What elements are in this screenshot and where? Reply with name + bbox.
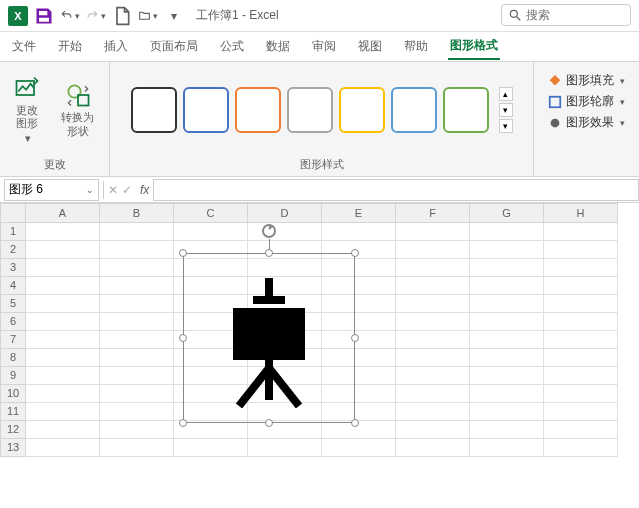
cell[interactable] — [544, 403, 618, 421]
cell[interactable] — [544, 223, 618, 241]
gallery-up-button[interactable]: ▴ — [499, 87, 513, 101]
cell[interactable] — [26, 259, 100, 277]
resize-handle[interactable] — [179, 249, 187, 257]
col-header[interactable]: H — [544, 203, 618, 223]
cell[interactable] — [26, 295, 100, 313]
selected-shape[interactable] — [183, 253, 355, 423]
cell[interactable] — [544, 295, 618, 313]
cell[interactable] — [470, 367, 544, 385]
cell[interactable] — [396, 259, 470, 277]
style-preset-2[interactable] — [183, 87, 229, 133]
cell[interactable] — [470, 313, 544, 331]
cell[interactable] — [248, 439, 322, 457]
cell[interactable] — [396, 421, 470, 439]
gallery-down-button[interactable]: ▾ — [499, 103, 513, 117]
col-header[interactable]: A — [26, 203, 100, 223]
row-header[interactable]: 3 — [0, 259, 26, 277]
cell[interactable] — [174, 223, 248, 241]
cell[interactable] — [470, 403, 544, 421]
cell[interactable] — [26, 403, 100, 421]
cell[interactable] — [544, 367, 618, 385]
cell[interactable] — [100, 259, 174, 277]
search-input[interactable] — [526, 8, 616, 22]
style-preset-7[interactable] — [443, 87, 489, 133]
cell[interactable] — [544, 421, 618, 439]
rotate-handle[interactable] — [261, 223, 277, 239]
cell[interactable] — [470, 223, 544, 241]
convert-to-shape-button[interactable]: 转换为形状 — [55, 77, 101, 141]
col-header[interactable]: F — [396, 203, 470, 223]
cell[interactable] — [396, 349, 470, 367]
cell[interactable] — [544, 259, 618, 277]
cell[interactable] — [26, 331, 100, 349]
cell[interactable] — [396, 385, 470, 403]
cell[interactable] — [322, 223, 396, 241]
row-header[interactable]: 10 — [0, 385, 26, 403]
cell[interactable] — [544, 241, 618, 259]
tab-layout[interactable]: 页面布局 — [148, 34, 200, 59]
cell[interactable] — [100, 421, 174, 439]
cell[interactable] — [544, 349, 618, 367]
cell[interactable] — [100, 385, 174, 403]
resize-handle[interactable] — [179, 334, 187, 342]
cell[interactable] — [100, 349, 174, 367]
col-header[interactable]: C — [174, 203, 248, 223]
cancel-formula-button[interactable]: ✕ — [108, 183, 118, 197]
style-preset-4[interactable] — [287, 87, 333, 133]
cell[interactable] — [396, 241, 470, 259]
cell[interactable] — [100, 403, 174, 421]
cell[interactable] — [100, 313, 174, 331]
cell[interactable] — [396, 403, 470, 421]
shape-fill-button[interactable]: 图形填充 ▾ — [548, 72, 625, 89]
tab-graphics-format[interactable]: 图形格式 — [448, 33, 500, 60]
cell[interactable] — [100, 295, 174, 313]
cell[interactable] — [26, 313, 100, 331]
cell[interactable] — [544, 385, 618, 403]
resize-handle[interactable] — [351, 419, 359, 427]
tab-formulas[interactable]: 公式 — [218, 34, 246, 59]
resize-handle[interactable] — [265, 419, 273, 427]
tab-data[interactable]: 数据 — [264, 34, 292, 59]
row-header[interactable]: 8 — [0, 349, 26, 367]
cell[interactable] — [26, 277, 100, 295]
style-preset-3[interactable] — [235, 87, 281, 133]
resize-handle[interactable] — [265, 249, 273, 257]
col-header[interactable]: E — [322, 203, 396, 223]
cell[interactable] — [26, 439, 100, 457]
select-all-corner[interactable] — [0, 203, 26, 223]
row-header[interactable]: 12 — [0, 421, 26, 439]
cell[interactable] — [26, 223, 100, 241]
tab-file[interactable]: 文件 — [10, 34, 38, 59]
resize-handle[interactable] — [351, 334, 359, 342]
style-preset-1[interactable] — [131, 87, 177, 133]
resize-handle[interactable] — [351, 249, 359, 257]
cell[interactable] — [396, 295, 470, 313]
style-preset-5[interactable] — [339, 87, 385, 133]
cell[interactable] — [26, 367, 100, 385]
cell[interactable] — [174, 439, 248, 457]
row-header[interactable]: 2 — [0, 241, 26, 259]
cell[interactable] — [100, 223, 174, 241]
cell[interactable] — [26, 385, 100, 403]
cell[interactable] — [396, 223, 470, 241]
cell[interactable] — [100, 331, 174, 349]
row-header[interactable]: 9 — [0, 367, 26, 385]
cell[interactable] — [26, 421, 100, 439]
cell[interactable] — [470, 385, 544, 403]
row-header[interactable]: 4 — [0, 277, 26, 295]
shape-effects-button[interactable]: 图形效果 ▾ — [548, 114, 625, 131]
col-header[interactable]: B — [100, 203, 174, 223]
cell[interactable] — [26, 349, 100, 367]
cell[interactable] — [470, 349, 544, 367]
search-box[interactable] — [501, 4, 631, 26]
cell[interactable] — [470, 439, 544, 457]
cell[interactable] — [470, 331, 544, 349]
cell[interactable] — [470, 421, 544, 439]
cell[interactable] — [100, 241, 174, 259]
cell[interactable] — [470, 295, 544, 313]
row-header[interactable]: 7 — [0, 331, 26, 349]
qat-more-button[interactable]: ▾ — [164, 6, 184, 26]
resize-handle[interactable] — [179, 419, 187, 427]
row-header[interactable]: 5 — [0, 295, 26, 313]
open-button[interactable]: ▾ — [138, 6, 158, 26]
